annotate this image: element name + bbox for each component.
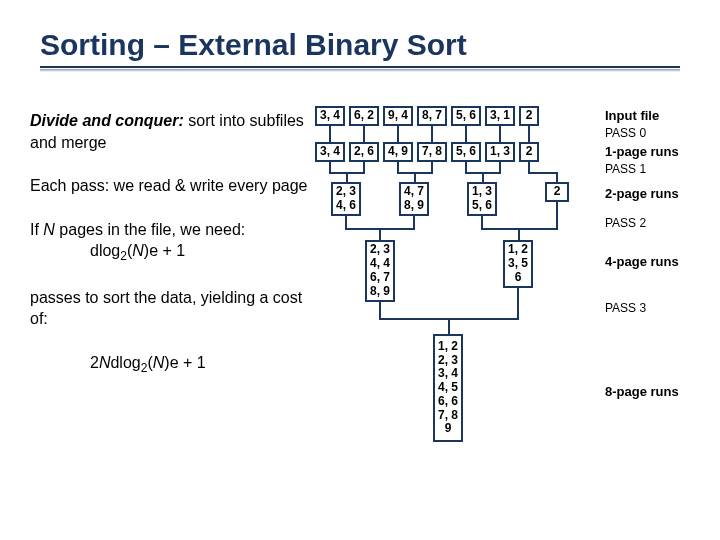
label-2page: 2-page runs: [605, 186, 679, 201]
conn: [465, 126, 467, 142]
r1c0: 3, 4: [315, 142, 345, 162]
conn: [517, 288, 519, 318]
conn: [363, 126, 365, 142]
conn: [556, 172, 558, 182]
r4c0: 1, 2 2, 3 3, 4 4, 5 6, 6 7, 8 9: [433, 334, 463, 442]
conn: [448, 318, 450, 334]
conn: [413, 216, 415, 228]
conn: [518, 228, 520, 240]
r2c0: 2, 3 4, 6: [331, 182, 361, 216]
formula-passes: dlog2(N)e + 1: [30, 242, 185, 259]
r3c1: 1, 2 3, 5 6: [503, 240, 533, 288]
label-1page: 1-page runs: [605, 144, 679, 159]
conn: [346, 172, 348, 182]
r0c2: 9, 4: [383, 106, 413, 126]
divide-emph: Divide and conquer:: [30, 112, 184, 129]
conn: [379, 228, 381, 240]
label-4page: 4-page runs: [605, 254, 679, 269]
r1c4: 5, 6: [451, 142, 481, 162]
r1c2: 4, 9: [383, 142, 413, 162]
title-accent: [40, 69, 680, 72]
r1c3: 7, 8: [417, 142, 447, 162]
r2c3: 2: [545, 182, 569, 202]
conn: [482, 172, 484, 182]
diagram: 3, 4 6, 2 9, 4 8, 7 5, 6 3, 1 2 Input fi…: [315, 106, 715, 526]
conn: [431, 162, 433, 172]
r0c6: 2: [519, 106, 539, 126]
para-npages: If N pages in the file, we need: dlog2(N…: [30, 219, 320, 265]
label-input: Input file: [605, 108, 659, 123]
conn: [528, 162, 530, 172]
conn: [363, 162, 365, 172]
conn: [345, 216, 347, 228]
r1c5: 1, 3: [485, 142, 515, 162]
r0c4: 5, 6: [451, 106, 481, 126]
conn: [397, 126, 399, 142]
r3c0: 2, 3 4, 4 6, 7 8, 9: [365, 240, 395, 302]
conn: [499, 162, 501, 172]
r0c3: 8, 7: [417, 106, 447, 126]
slide-title: Sorting – External Binary Sort: [40, 28, 680, 68]
conn: [499, 126, 501, 142]
r2c2: 1, 3 5, 6: [467, 182, 497, 216]
text-column: Divide and conquer: sort into subfiles a…: [30, 110, 320, 398]
conn: [556, 202, 558, 228]
conn: [397, 162, 399, 172]
formula-cost: 2Ndlog2(N)e + 1: [30, 352, 320, 376]
para-cost: passes to sort the data, yielding a cost…: [30, 287, 320, 330]
conn: [379, 302, 381, 318]
conn: [528, 126, 530, 142]
label-8page: 8-page runs: [605, 384, 679, 399]
para-divide: Divide and conquer: sort into subfiles a…: [30, 110, 320, 153]
conn: [481, 216, 483, 228]
r1c1: 2, 6: [349, 142, 379, 162]
conn: [414, 172, 416, 182]
conn: [431, 126, 433, 142]
r0c1: 6, 2: [349, 106, 379, 126]
label-pass0: PASS 0: [605, 126, 646, 140]
r0c0: 3, 4: [315, 106, 345, 126]
conn: [329, 126, 331, 142]
conn: [465, 162, 467, 172]
label-pass3: PASS 3: [605, 301, 646, 315]
r2c1: 4, 7 8, 9: [399, 182, 429, 216]
label-pass2: PASS 2: [605, 216, 646, 230]
conn: [528, 172, 558, 174]
r0c5: 3, 1: [485, 106, 515, 126]
label-pass1: PASS 1: [605, 162, 646, 176]
para-pass: Each pass: we read & write every page: [30, 175, 320, 197]
r1c6: 2: [519, 142, 539, 162]
conn: [329, 162, 331, 172]
